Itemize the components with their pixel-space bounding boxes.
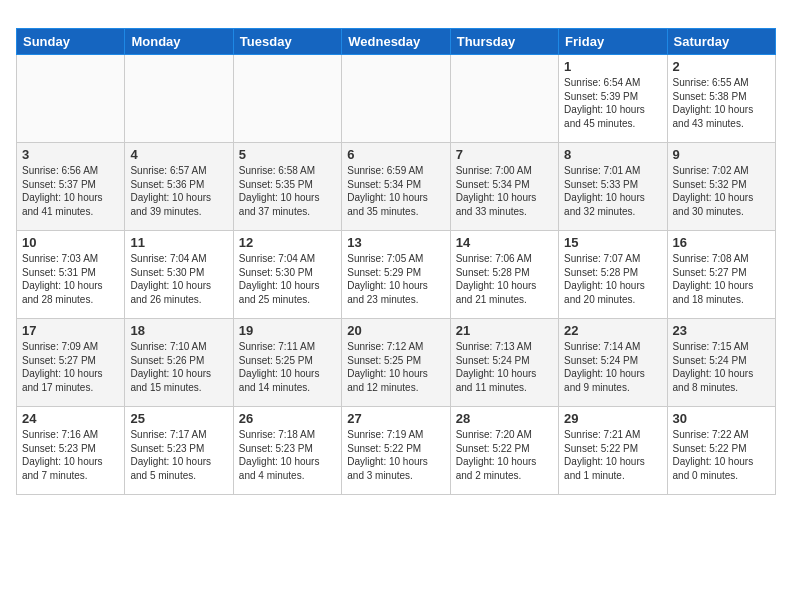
day-number: 15 <box>564 235 661 250</box>
calendar-cell: 7Sunrise: 7:00 AM Sunset: 5:34 PM Daylig… <box>450 143 558 231</box>
calendar-cell: 21Sunrise: 7:13 AM Sunset: 5:24 PM Dayli… <box>450 319 558 407</box>
calendar-cell: 17Sunrise: 7:09 AM Sunset: 5:27 PM Dayli… <box>17 319 125 407</box>
calendar-cell <box>450 55 558 143</box>
day-info: Sunrise: 6:54 AM Sunset: 5:39 PM Dayligh… <box>564 76 661 130</box>
calendar-cell: 12Sunrise: 7:04 AM Sunset: 5:30 PM Dayli… <box>233 231 341 319</box>
day-info: Sunrise: 7:16 AM Sunset: 5:23 PM Dayligh… <box>22 428 119 482</box>
calendar-cell: 9Sunrise: 7:02 AM Sunset: 5:32 PM Daylig… <box>667 143 775 231</box>
day-number: 3 <box>22 147 119 162</box>
day-number: 24 <box>22 411 119 426</box>
day-number: 25 <box>130 411 227 426</box>
week-row-3: 10Sunrise: 7:03 AM Sunset: 5:31 PM Dayli… <box>17 231 776 319</box>
day-info: Sunrise: 7:15 AM Sunset: 5:24 PM Dayligh… <box>673 340 770 394</box>
header-row: SundayMondayTuesdayWednesdayThursdayFrid… <box>17 29 776 55</box>
day-info: Sunrise: 6:55 AM Sunset: 5:38 PM Dayligh… <box>673 76 770 130</box>
weekday-header-thursday: Thursday <box>450 29 558 55</box>
day-number: 27 <box>347 411 444 426</box>
calendar-cell: 2Sunrise: 6:55 AM Sunset: 5:38 PM Daylig… <box>667 55 775 143</box>
day-number: 16 <box>673 235 770 250</box>
calendar: SundayMondayTuesdayWednesdayThursdayFrid… <box>16 28 776 495</box>
day-info: Sunrise: 7:04 AM Sunset: 5:30 PM Dayligh… <box>130 252 227 306</box>
day-info: Sunrise: 7:02 AM Sunset: 5:32 PM Dayligh… <box>673 164 770 218</box>
calendar-cell: 13Sunrise: 7:05 AM Sunset: 5:29 PM Dayli… <box>342 231 450 319</box>
day-number: 12 <box>239 235 336 250</box>
day-info: Sunrise: 7:09 AM Sunset: 5:27 PM Dayligh… <box>22 340 119 394</box>
day-info: Sunrise: 7:21 AM Sunset: 5:22 PM Dayligh… <box>564 428 661 482</box>
day-info: Sunrise: 6:56 AM Sunset: 5:37 PM Dayligh… <box>22 164 119 218</box>
calendar-cell: 22Sunrise: 7:14 AM Sunset: 5:24 PM Dayli… <box>559 319 667 407</box>
day-info: Sunrise: 7:11 AM Sunset: 5:25 PM Dayligh… <box>239 340 336 394</box>
day-number: 14 <box>456 235 553 250</box>
calendar-cell: 11Sunrise: 7:04 AM Sunset: 5:30 PM Dayli… <box>125 231 233 319</box>
calendar-cell: 18Sunrise: 7:10 AM Sunset: 5:26 PM Dayli… <box>125 319 233 407</box>
calendar-cell: 27Sunrise: 7:19 AM Sunset: 5:22 PM Dayli… <box>342 407 450 495</box>
day-number: 4 <box>130 147 227 162</box>
day-info: Sunrise: 7:13 AM Sunset: 5:24 PM Dayligh… <box>456 340 553 394</box>
day-number: 1 <box>564 59 661 74</box>
weekday-header-wednesday: Wednesday <box>342 29 450 55</box>
day-info: Sunrise: 7:00 AM Sunset: 5:34 PM Dayligh… <box>456 164 553 218</box>
calendar-cell: 4Sunrise: 6:57 AM Sunset: 5:36 PM Daylig… <box>125 143 233 231</box>
day-number: 30 <box>673 411 770 426</box>
day-info: Sunrise: 7:07 AM Sunset: 5:28 PM Dayligh… <box>564 252 661 306</box>
day-number: 20 <box>347 323 444 338</box>
weekday-header-monday: Monday <box>125 29 233 55</box>
calendar-cell: 25Sunrise: 7:17 AM Sunset: 5:23 PM Dayli… <box>125 407 233 495</box>
weekday-header-tuesday: Tuesday <box>233 29 341 55</box>
week-row-5: 24Sunrise: 7:16 AM Sunset: 5:23 PM Dayli… <box>17 407 776 495</box>
day-number: 11 <box>130 235 227 250</box>
calendar-cell: 20Sunrise: 7:12 AM Sunset: 5:25 PM Dayli… <box>342 319 450 407</box>
day-number: 23 <box>673 323 770 338</box>
day-number: 13 <box>347 235 444 250</box>
weekday-header-friday: Friday <box>559 29 667 55</box>
day-number: 18 <box>130 323 227 338</box>
calendar-cell: 15Sunrise: 7:07 AM Sunset: 5:28 PM Dayli… <box>559 231 667 319</box>
day-info: Sunrise: 7:14 AM Sunset: 5:24 PM Dayligh… <box>564 340 661 394</box>
calendar-cell <box>342 55 450 143</box>
day-info: Sunrise: 7:06 AM Sunset: 5:28 PM Dayligh… <box>456 252 553 306</box>
calendar-cell: 26Sunrise: 7:18 AM Sunset: 5:23 PM Dayli… <box>233 407 341 495</box>
day-number: 17 <box>22 323 119 338</box>
day-info: Sunrise: 7:18 AM Sunset: 5:23 PM Dayligh… <box>239 428 336 482</box>
day-info: Sunrise: 7:08 AM Sunset: 5:27 PM Dayligh… <box>673 252 770 306</box>
day-number: 10 <box>22 235 119 250</box>
day-info: Sunrise: 7:17 AM Sunset: 5:23 PM Dayligh… <box>130 428 227 482</box>
calendar-cell: 14Sunrise: 7:06 AM Sunset: 5:28 PM Dayli… <box>450 231 558 319</box>
weekday-header-saturday: Saturday <box>667 29 775 55</box>
calendar-cell: 6Sunrise: 6:59 AM Sunset: 5:34 PM Daylig… <box>342 143 450 231</box>
day-number: 9 <box>673 147 770 162</box>
calendar-cell: 3Sunrise: 6:56 AM Sunset: 5:37 PM Daylig… <box>17 143 125 231</box>
day-number: 5 <box>239 147 336 162</box>
day-info: Sunrise: 7:04 AM Sunset: 5:30 PM Dayligh… <box>239 252 336 306</box>
day-number: 26 <box>239 411 336 426</box>
day-info: Sunrise: 7:05 AM Sunset: 5:29 PM Dayligh… <box>347 252 444 306</box>
week-row-1: 1Sunrise: 6:54 AM Sunset: 5:39 PM Daylig… <box>17 55 776 143</box>
calendar-cell: 30Sunrise: 7:22 AM Sunset: 5:22 PM Dayli… <box>667 407 775 495</box>
calendar-cell: 24Sunrise: 7:16 AM Sunset: 5:23 PM Dayli… <box>17 407 125 495</box>
day-number: 6 <box>347 147 444 162</box>
day-number: 7 <box>456 147 553 162</box>
day-info: Sunrise: 7:22 AM Sunset: 5:22 PM Dayligh… <box>673 428 770 482</box>
day-info: Sunrise: 6:59 AM Sunset: 5:34 PM Dayligh… <box>347 164 444 218</box>
week-row-4: 17Sunrise: 7:09 AM Sunset: 5:27 PM Dayli… <box>17 319 776 407</box>
day-info: Sunrise: 7:01 AM Sunset: 5:33 PM Dayligh… <box>564 164 661 218</box>
calendar-cell <box>17 55 125 143</box>
calendar-cell: 10Sunrise: 7:03 AM Sunset: 5:31 PM Dayli… <box>17 231 125 319</box>
calendar-cell: 16Sunrise: 7:08 AM Sunset: 5:27 PM Dayli… <box>667 231 775 319</box>
day-number: 2 <box>673 59 770 74</box>
day-number: 22 <box>564 323 661 338</box>
day-number: 21 <box>456 323 553 338</box>
calendar-cell <box>125 55 233 143</box>
day-info: Sunrise: 7:03 AM Sunset: 5:31 PM Dayligh… <box>22 252 119 306</box>
calendar-cell: 5Sunrise: 6:58 AM Sunset: 5:35 PM Daylig… <box>233 143 341 231</box>
day-info: Sunrise: 6:58 AM Sunset: 5:35 PM Dayligh… <box>239 164 336 218</box>
day-number: 19 <box>239 323 336 338</box>
calendar-cell: 23Sunrise: 7:15 AM Sunset: 5:24 PM Dayli… <box>667 319 775 407</box>
week-row-2: 3Sunrise: 6:56 AM Sunset: 5:37 PM Daylig… <box>17 143 776 231</box>
day-info: Sunrise: 7:20 AM Sunset: 5:22 PM Dayligh… <box>456 428 553 482</box>
day-number: 29 <box>564 411 661 426</box>
calendar-cell: 8Sunrise: 7:01 AM Sunset: 5:33 PM Daylig… <box>559 143 667 231</box>
day-info: Sunrise: 7:10 AM Sunset: 5:26 PM Dayligh… <box>130 340 227 394</box>
weekday-header-sunday: Sunday <box>17 29 125 55</box>
calendar-cell: 1Sunrise: 6:54 AM Sunset: 5:39 PM Daylig… <box>559 55 667 143</box>
